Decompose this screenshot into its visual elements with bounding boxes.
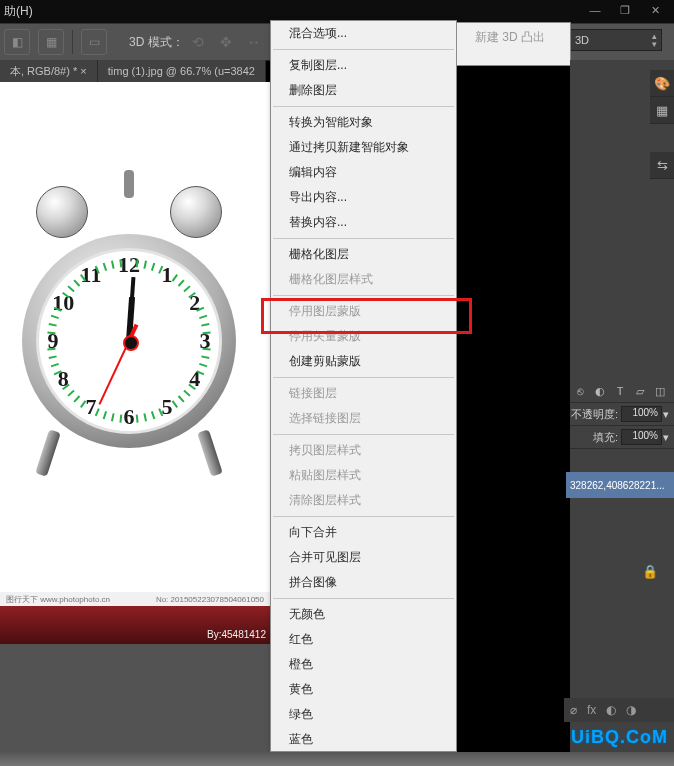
link-icon[interactable]: ⎋ xyxy=(572,383,588,399)
menu-item[interactable]: 绿色 xyxy=(271,702,456,727)
menu-item: 选择链接图层 xyxy=(271,406,456,431)
menu-item[interactable]: 创建剪贴蒙版 xyxy=(271,349,456,374)
layers-panel: ⎋ ◐ T ▱ ◫ 不透明度: 100% ▾ 填充: 100% ▾ xyxy=(570,380,674,449)
grid-icon[interactable]: ▦ xyxy=(650,97,674,124)
menu-separator xyxy=(273,295,454,296)
opacity-label: 不透明度: xyxy=(571,407,618,422)
menu-separator xyxy=(273,106,454,107)
panel-icon-strip: ⇆ xyxy=(650,152,674,179)
byline: By:45481412 xyxy=(207,629,266,640)
menu-help[interactable]: 助(H) xyxy=(4,3,33,20)
lock-icon[interactable]: 🔒 xyxy=(642,564,658,579)
type-icon[interactable]: T xyxy=(612,383,628,399)
menu-item: 清除图层样式 xyxy=(271,488,456,513)
menu-item[interactable]: 黄色 xyxy=(271,677,456,702)
menu-separator xyxy=(273,516,454,517)
menu-item[interactable]: 橙色 xyxy=(271,652,456,677)
menu-item: 停用矢量蒙版 xyxy=(271,324,456,349)
fill-row: 填充: 100% ▾ xyxy=(570,426,674,449)
menu-item[interactable]: 删除图层 xyxy=(271,78,456,103)
layers-toolbar: ⎋ ◐ T ▱ ◫ xyxy=(570,380,674,403)
menu-item[interactable]: 替换内容... xyxy=(271,210,456,235)
menu-item[interactable]: 编辑内容 xyxy=(271,160,456,185)
close-button[interactable]: ✕ xyxy=(642,2,668,18)
menu-item[interactable]: 转换为智能对象 xyxy=(271,110,456,135)
fill-label: 填充: xyxy=(593,430,618,445)
smart-icon[interactable]: ◫ xyxy=(652,383,668,399)
orbit-icon[interactable]: ⟲ xyxy=(187,31,209,53)
menu-item: 粘贴图层样式 xyxy=(271,463,456,488)
menu-item[interactable]: 无颜色 xyxy=(271,602,456,627)
menu-item[interactable]: 向下合并 xyxy=(271,520,456,545)
menu-item: 链接图层 xyxy=(271,381,456,406)
menu-item[interactable]: 通过拷贝新建智能对象 xyxy=(271,135,456,160)
minimize-button[interactable]: — xyxy=(582,2,608,18)
swatches-icon[interactable]: 🎨 xyxy=(650,70,674,97)
menu-separator xyxy=(273,434,454,435)
menu-item[interactable]: 拼合图像 xyxy=(271,570,456,595)
menu-item: 停用图层蒙版 xyxy=(271,299,456,324)
pan-icon[interactable]: ✥ xyxy=(215,31,237,53)
slide-icon[interactable]: ↔ xyxy=(243,31,265,53)
chevron-down-icon[interactable]: ▾ xyxy=(662,431,670,444)
dropdown-3d[interactable]: 3D ▴▾ xyxy=(568,29,662,51)
dropdown-value: 3D xyxy=(575,34,589,46)
menu-item[interactable]: 导出内容... xyxy=(271,185,456,210)
panel-icon-strip: 🎨 ▦ xyxy=(650,70,674,124)
clock-numeral: 11 xyxy=(81,262,102,288)
watermark-site: 图行天下 www.photophoto.cn xyxy=(6,594,110,605)
menu-separator xyxy=(273,377,454,378)
menu-item[interactable]: 复制图层... xyxy=(271,53,456,78)
menu-separator xyxy=(273,238,454,239)
document-tab[interactable]: timg (1).jpg @ 66.7% (u=3842 xyxy=(98,60,266,82)
submenu-item: 新建 3D 凸出 xyxy=(457,23,570,50)
menu-item[interactable]: 合并可见图层 xyxy=(271,545,456,570)
menu-separator xyxy=(273,49,454,50)
mask-icon[interactable]: ◐ xyxy=(606,703,616,717)
menu-item: 拷贝图层样式 xyxy=(271,438,456,463)
layer-selected[interactable]: 328262,408628221... xyxy=(566,472,674,498)
tool-icon[interactable]: ▦ xyxy=(38,29,64,55)
adjust-icon[interactable]: ◑ xyxy=(626,703,636,717)
bottom-strip xyxy=(0,752,674,766)
opacity-row: 不透明度: 100% ▾ xyxy=(570,403,674,426)
menu-item: 栅格化图层样式 xyxy=(271,267,456,292)
chevron-down-icon[interactable]: ▾ xyxy=(662,408,670,421)
shape-icon[interactable]: ▱ xyxy=(632,383,648,399)
fx-icon[interactable]: fx xyxy=(587,703,596,717)
tool-icon[interactable]: ▭ xyxy=(81,29,107,55)
opacity-input[interactable]: 100% xyxy=(621,406,662,422)
canvas-area: 121234567891011 图行天下 www.photophoto.cn N… xyxy=(0,82,270,752)
layers-footer: ⌀ fx ◐ ◑ xyxy=(564,698,674,722)
menu-item[interactable]: 蓝色 xyxy=(271,727,456,752)
document-tabs: 本, RGB/8#) * × timg (1).jpg @ 66.7% (u=3… xyxy=(0,60,266,82)
submenu[interactable]: 新建 3D 凸出 xyxy=(456,22,571,66)
document-tab[interactable]: 本, RGB/8#) * × xyxy=(0,60,98,82)
watermark-serial: No: 201505223078504061050 xyxy=(156,595,264,604)
clock-numeral: 6 xyxy=(124,404,135,430)
clock-numeral: 5 xyxy=(162,394,173,420)
watermark-logo: UiBQ.CoM xyxy=(571,727,668,748)
adjust-icon[interactable]: ⇆ xyxy=(650,152,674,179)
watermark-bar: 图行天下 www.photophoto.cn No: 2015052230785… xyxy=(0,592,270,606)
menu-item[interactable]: 混合选项... xyxy=(271,21,456,46)
chevron-updown-icon: ▴▾ xyxy=(652,32,657,48)
maximize-button[interactable]: ❐ xyxy=(612,2,638,18)
tool-icon[interactable]: ◧ xyxy=(4,29,30,55)
context-menu[interactable]: 混合选项...复制图层...删除图层转换为智能对象通过拷贝新建智能对象编辑内容导… xyxy=(270,20,457,752)
mode-label: 3D 模式： xyxy=(129,34,184,51)
fill-input[interactable]: 100% xyxy=(621,429,662,445)
menu-separator xyxy=(273,598,454,599)
canvas-gray xyxy=(0,644,270,752)
menu-item[interactable]: 红色 xyxy=(271,627,456,652)
menu-item[interactable]: 栅格化图层 xyxy=(271,242,456,267)
fx-icon[interactable]: ◐ xyxy=(592,383,608,399)
link-icon[interactable]: ⌀ xyxy=(570,703,577,717)
